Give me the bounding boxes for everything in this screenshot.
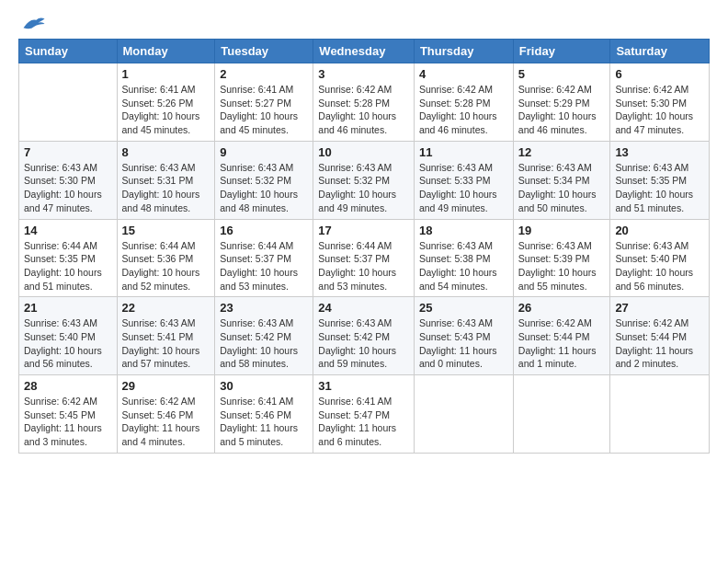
weekday-header: Wednesday: [313, 40, 415, 63]
day-number: 30: [220, 379, 308, 393]
calendar-cell: [513, 375, 610, 454]
day-number: 7: [24, 145, 112, 159]
day-info: Sunrise: 6:43 AM Sunset: 5:33 PM Dayligh…: [419, 161, 508, 215]
calendar-cell: 18Sunrise: 6:43 AM Sunset: 5:38 PM Dayli…: [414, 219, 513, 297]
day-info: Sunrise: 6:43 AM Sunset: 5:39 PM Dayligh…: [518, 239, 606, 293]
day-number: 11: [419, 145, 508, 159]
calendar-cell: 28Sunrise: 6:42 AM Sunset: 5:45 PM Dayli…: [19, 375, 118, 454]
calendar-cell: 26Sunrise: 6:42 AM Sunset: 5:44 PM Dayli…: [513, 297, 610, 375]
day-number: 20: [615, 224, 704, 237]
calendar-cell: 25Sunrise: 6:43 AM Sunset: 5:43 PM Dayli…: [414, 297, 513, 375]
weekday-header: Friday: [513, 40, 610, 63]
day-info: Sunrise: 6:41 AM Sunset: 5:26 PM Dayligh…: [122, 83, 210, 137]
calendar-cell: 9Sunrise: 6:43 AM Sunset: 5:32 PM Daylig…: [215, 141, 313, 219]
calendar-cell: 29Sunrise: 6:42 AM Sunset: 5:46 PM Dayli…: [117, 375, 215, 454]
weekday-header: Sunday: [19, 40, 118, 63]
day-number: 24: [318, 301, 409, 315]
calendar-cell: [610, 375, 710, 454]
calendar-cell: [414, 375, 513, 454]
calendar-week-row: 28Sunrise: 6:42 AM Sunset: 5:45 PM Dayli…: [19, 375, 710, 454]
calendar-cell: 30Sunrise: 6:41 AM Sunset: 5:46 PM Dayli…: [215, 375, 313, 454]
day-info: Sunrise: 6:43 AM Sunset: 5:42 PM Dayligh…: [220, 316, 308, 371]
day-info: Sunrise: 6:41 AM Sunset: 5:47 PM Dayligh…: [318, 395, 409, 449]
day-number: 19: [518, 224, 606, 237]
day-info: Sunrise: 6:42 AM Sunset: 5:30 PM Dayligh…: [615, 83, 704, 137]
day-info: Sunrise: 6:43 AM Sunset: 5:32 PM Dayligh…: [318, 161, 409, 215]
calendar-cell: 3Sunrise: 6:42 AM Sunset: 5:28 PM Daylig…: [313, 63, 415, 142]
day-info: Sunrise: 6:44 AM Sunset: 5:36 PM Dayligh…: [122, 239, 210, 293]
day-number: 10: [318, 145, 409, 159]
day-info: Sunrise: 6:44 AM Sunset: 5:37 PM Dayligh…: [318, 239, 409, 293]
day-number: 12: [518, 145, 606, 159]
weekday-header: Thursday: [414, 40, 513, 63]
calendar-cell: 14Sunrise: 6:44 AM Sunset: 5:35 PM Dayli…: [19, 219, 118, 297]
day-number: 1: [122, 67, 210, 81]
day-number: 17: [318, 224, 409, 237]
day-number: 3: [318, 67, 409, 81]
day-info: Sunrise: 6:43 AM Sunset: 5:30 PM Dayligh…: [24, 161, 112, 215]
day-number: 15: [122, 224, 210, 237]
calendar-cell: 6Sunrise: 6:42 AM Sunset: 5:30 PM Daylig…: [610, 63, 710, 142]
calendar: SundayMondayTuesdayWednesdayThursdayFrid…: [18, 39, 710, 454]
day-info: Sunrise: 6:43 AM Sunset: 5:42 PM Dayligh…: [318, 316, 409, 371]
calendar-cell: 31Sunrise: 6:41 AM Sunset: 5:47 PM Dayli…: [313, 375, 415, 454]
calendar-cell: 12Sunrise: 6:43 AM Sunset: 5:34 PM Dayli…: [513, 141, 610, 219]
calendar-cell: 7Sunrise: 6:43 AM Sunset: 5:30 PM Daylig…: [19, 141, 118, 219]
day-number: 14: [24, 224, 112, 237]
day-info: Sunrise: 6:41 AM Sunset: 5:46 PM Dayligh…: [220, 395, 308, 449]
day-info: Sunrise: 6:43 AM Sunset: 5:40 PM Dayligh…: [615, 239, 704, 293]
day-number: 22: [122, 301, 210, 315]
day-number: 23: [220, 301, 308, 315]
day-info: Sunrise: 6:43 AM Sunset: 5:40 PM Dayligh…: [24, 316, 112, 371]
day-info: Sunrise: 6:43 AM Sunset: 5:43 PM Dayligh…: [419, 316, 508, 371]
weekday-header: Saturday: [610, 40, 710, 63]
calendar-cell: 5Sunrise: 6:42 AM Sunset: 5:29 PM Daylig…: [513, 63, 610, 142]
day-number: 6: [615, 67, 704, 81]
calendar-week-row: 7Sunrise: 6:43 AM Sunset: 5:30 PM Daylig…: [19, 141, 710, 219]
day-number: 21: [24, 301, 112, 315]
day-info: Sunrise: 6:43 AM Sunset: 5:38 PM Dayligh…: [419, 239, 508, 293]
day-info: Sunrise: 6:42 AM Sunset: 5:45 PM Dayligh…: [24, 395, 112, 449]
calendar-cell: 23Sunrise: 6:43 AM Sunset: 5:42 PM Dayli…: [215, 297, 313, 375]
day-number: 25: [419, 301, 508, 315]
calendar-cell: 21Sunrise: 6:43 AM Sunset: 5:40 PM Dayli…: [19, 297, 118, 375]
weekday-header: Tuesday: [215, 40, 313, 63]
page: SundayMondayTuesdayWednesdayThursdayFrid…: [0, 0, 728, 463]
day-number: 4: [419, 67, 508, 81]
weekday-header-row: SundayMondayTuesdayWednesdayThursdayFrid…: [19, 40, 710, 63]
day-info: Sunrise: 6:42 AM Sunset: 5:28 PM Dayligh…: [318, 83, 409, 137]
day-info: Sunrise: 6:44 AM Sunset: 5:37 PM Dayligh…: [220, 239, 308, 293]
day-number: 13: [615, 145, 704, 159]
day-info: Sunrise: 6:42 AM Sunset: 5:28 PM Dayligh…: [419, 83, 508, 137]
calendar-week-row: 1Sunrise: 6:41 AM Sunset: 5:26 PM Daylig…: [19, 63, 710, 142]
calendar-week-row: 14Sunrise: 6:44 AM Sunset: 5:35 PM Dayli…: [19, 219, 710, 297]
header: [18, 15, 710, 29]
day-info: Sunrise: 6:43 AM Sunset: 5:34 PM Dayligh…: [518, 161, 606, 215]
day-number: 27: [615, 301, 704, 315]
calendar-cell: 2Sunrise: 6:41 AM Sunset: 5:27 PM Daylig…: [215, 63, 313, 142]
calendar-cell: 10Sunrise: 6:43 AM Sunset: 5:32 PM Dayli…: [313, 141, 415, 219]
day-number: 16: [220, 224, 308, 237]
logo-bird-icon: [20, 15, 46, 33]
calendar-cell: 27Sunrise: 6:42 AM Sunset: 5:44 PM Dayli…: [610, 297, 710, 375]
calendar-cell: 1Sunrise: 6:41 AM Sunset: 5:26 PM Daylig…: [117, 63, 215, 142]
calendar-cell: 11Sunrise: 6:43 AM Sunset: 5:33 PM Dayli…: [414, 141, 513, 219]
calendar-cell: 8Sunrise: 6:43 AM Sunset: 5:31 PM Daylig…: [117, 141, 215, 219]
day-info: Sunrise: 6:42 AM Sunset: 5:46 PM Dayligh…: [122, 395, 210, 449]
day-info: Sunrise: 6:43 AM Sunset: 5:32 PM Dayligh…: [220, 161, 308, 215]
day-number: 29: [122, 379, 210, 393]
day-number: 9: [220, 145, 308, 159]
logo: [18, 15, 46, 29]
day-number: 2: [220, 67, 308, 81]
calendar-cell: 13Sunrise: 6:43 AM Sunset: 5:35 PM Dayli…: [610, 141, 710, 219]
day-info: Sunrise: 6:44 AM Sunset: 5:35 PM Dayligh…: [24, 239, 112, 293]
calendar-cell: 16Sunrise: 6:44 AM Sunset: 5:37 PM Dayli…: [215, 219, 313, 297]
calendar-cell: 4Sunrise: 6:42 AM Sunset: 5:28 PM Daylig…: [414, 63, 513, 142]
day-info: Sunrise: 6:41 AM Sunset: 5:27 PM Dayligh…: [220, 83, 308, 137]
day-info: Sunrise: 6:42 AM Sunset: 5:44 PM Dayligh…: [518, 316, 606, 371]
weekday-header: Monday: [117, 40, 215, 63]
calendar-cell: 17Sunrise: 6:44 AM Sunset: 5:37 PM Dayli…: [313, 219, 415, 297]
day-info: Sunrise: 6:43 AM Sunset: 5:35 PM Dayligh…: [615, 161, 704, 215]
day-info: Sunrise: 6:43 AM Sunset: 5:31 PM Dayligh…: [122, 161, 210, 215]
day-info: Sunrise: 6:43 AM Sunset: 5:41 PM Dayligh…: [122, 316, 210, 371]
